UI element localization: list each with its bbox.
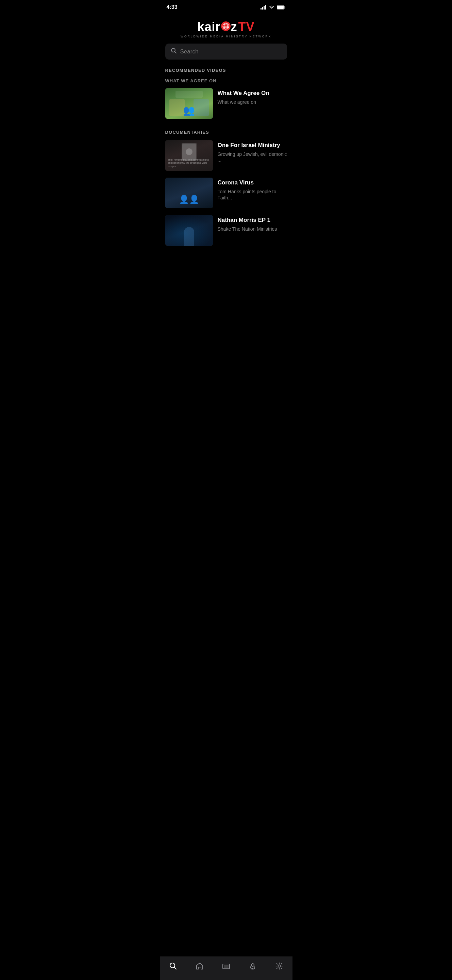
video-subtitle-nathan-morris: Shake The Nation Ministries — [218, 226, 287, 232]
video-info-corona-virus: Corona Virus Tom Hanks points people to … — [218, 178, 287, 201]
video-title-corona-virus: Corona Virus — [218, 179, 287, 186]
recommended-label: RECOMMENDED VIDEOS — [160, 68, 292, 73]
thumbnail-one-for-israel: and I remember at one point waking up an… — [165, 140, 213, 171]
category-what-we-agree-on: WHAT WE AGREE ON — [160, 78, 292, 83]
video-title-one-for-israel: One For Israel Ministry — [218, 142, 287, 149]
video-subtitle-one-for-israel: Growing up Jewish, evil demonic ... — [218, 151, 287, 163]
svg-line-12 — [174, 52, 176, 53]
battery-icon — [277, 5, 286, 10]
video-info-what-we-agree-on: What We Agree On What we agree on — [218, 88, 287, 105]
video-title-nathan-morris: Nathan Morris EP 1 — [218, 216, 287, 224]
recommended-section: RECOMMENDED VIDEOS WHAT WE AGREE ON What… — [160, 68, 292, 119]
svg-rect-2 — [263, 6, 265, 10]
video-card-nathan-morris[interactable]: Nathan Morris EP 1 Shake The Nation Mini… — [160, 215, 292, 246]
status-bar: 4:33 — [160, 0, 292, 13]
svg-rect-1 — [262, 7, 263, 10]
video-card-corona-virus[interactable]: Corona Virus Tom Hanks points people to … — [160, 178, 292, 208]
video-card-one-for-israel[interactable]: and I remember at one point waking up an… — [160, 140, 292, 171]
video-card-what-we-agree-on[interactable]: What We Agree On What we agree on — [160, 88, 292, 119]
logo-container: kair z TV WORLDWIDE MEDIA MINISTRY NETWO… — [160, 13, 292, 43]
documentaries-section: DOCUMENTARIES and I remember at one poin… — [160, 130, 292, 246]
search-input[interactable] — [180, 48, 282, 55]
video-info-nathan-morris: Nathan Morris EP 1 Shake The Nation Mini… — [218, 215, 287, 232]
wifi-icon — [269, 5, 275, 10]
documentaries-label: DOCUMENTARIES — [160, 130, 292, 135]
svg-rect-5 — [277, 6, 284, 9]
status-time: 4:33 — [167, 4, 178, 10]
svg-rect-3 — [265, 5, 266, 10]
thumbnail-what-we-agree-on — [165, 88, 213, 119]
search-icon — [171, 48, 177, 56]
logo-tagline: WORLDWIDE MEDIA MINISTRY NETWORK — [181, 35, 271, 38]
video-info-one-for-israel: One For Israel Ministry Growing up Jewis… — [218, 140, 287, 163]
search-bar[interactable] — [165, 43, 287, 60]
globe-icon — [222, 23, 229, 30]
thumbnail-nathan-morris — [165, 215, 213, 246]
video-title-what-we-agree-on: What We Agree On — [218, 89, 287, 97]
svg-rect-0 — [260, 8, 262, 10]
signal-icon — [260, 5, 266, 10]
video-subtitle-corona-virus: Tom Hanks points people to Faith... — [218, 189, 287, 201]
status-icons — [260, 5, 286, 10]
thumbnail-corona-virus — [165, 178, 213, 208]
video-subtitle-what-we-agree-on: What we agree on — [218, 99, 287, 105]
